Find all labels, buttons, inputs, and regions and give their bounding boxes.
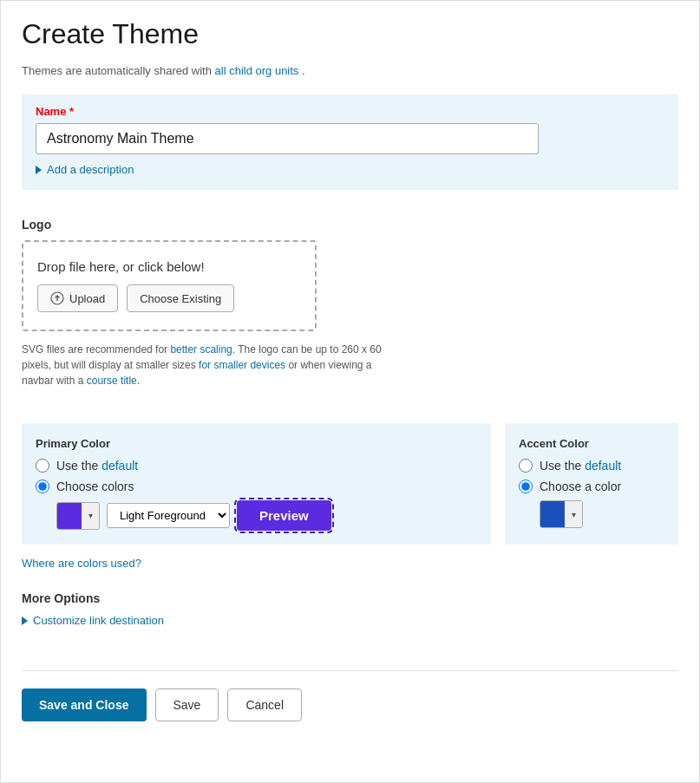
save-close-button[interactable]: Save and Close <box>22 688 147 721</box>
primary-swatch-arrow: ▾ <box>82 503 99 529</box>
child-org-units-link[interactable]: all child org units <box>215 64 299 77</box>
accent-color-controls: ▾ <box>540 500 664 528</box>
svg-note: SVG files are recommended for better sca… <box>22 342 403 388</box>
name-input[interactable] <box>36 123 539 154</box>
footer-actions: Save and Close Save Cancel <box>22 670 678 721</box>
info-text: Themes are automatically shared with all… <box>22 64 678 77</box>
primary-default-link[interactable]: default <box>101 459 138 473</box>
svg-note-link1[interactable]: better scaling <box>170 343 232 356</box>
accent-default-link[interactable]: default <box>585 459 621 473</box>
svg-note-link2[interactable]: for smaller devices <box>199 359 285 371</box>
accent-color-section: Accent Color Use the default Choose a co… <box>505 423 678 545</box>
cancel-button[interactable]: Cancel <box>227 688 302 721</box>
more-options-section: More Options Customize link destination <box>22 591 678 627</box>
save-button[interactable]: Save <box>155 688 219 721</box>
choose-existing-button[interactable]: Choose Existing <box>127 284 234 312</box>
color-row: Primary Color Use the default Choose col… <box>22 423 678 545</box>
primary-swatch-color <box>57 503 82 529</box>
accent-default-radio[interactable] <box>519 459 533 473</box>
svg-note-link3[interactable]: course title <box>87 375 137 387</box>
customize-link[interactable]: Customize link destination <box>22 614 678 627</box>
choose-existing-label: Choose Existing <box>140 292 221 305</box>
name-label: Name * <box>36 105 664 118</box>
logo-section: Logo Drop file here, or click below! Upl… <box>22 204 678 402</box>
primary-choose-option[interactable]: Choose colors <box>36 480 477 493</box>
customize-link-label: Customize link destination <box>33 614 164 627</box>
logo-label: Logo <box>22 218 678 232</box>
upload-label: Upload <box>69 292 105 305</box>
upload-icon <box>50 291 64 305</box>
drop-zone[interactable]: Drop file here, or click below! Upload C… <box>22 240 317 331</box>
expand-icon <box>36 166 42 174</box>
customize-triangle-icon <box>22 617 28 625</box>
name-section: Name * Add a description <box>22 95 678 190</box>
primary-choose-label: Choose colors <box>56 480 134 493</box>
primary-default-option[interactable]: Use the default <box>36 459 477 473</box>
drop-text: Drop file here, or click below! <box>37 259 301 274</box>
primary-color-section: Primary Color Use the default Choose col… <box>22 423 491 545</box>
accent-color-swatch[interactable]: ▾ <box>540 500 583 528</box>
accent-swatch-color <box>540 501 565 527</box>
accent-default-option[interactable]: Use the default <box>519 459 664 473</box>
accent-choose-radio[interactable] <box>519 480 533 493</box>
accent-choose-option[interactable]: Choose a color <box>519 480 664 493</box>
primary-color-controls: ▾ Light Foreground Dark Foreground Previ… <box>56 500 477 531</box>
foreground-select[interactable]: Light Foreground Dark Foreground <box>107 503 230 528</box>
add-description-link[interactable]: Add a description <box>36 163 664 176</box>
page-container: Create Theme Themes are automatically sh… <box>0 0 700 783</box>
drop-buttons: Upload Choose Existing <box>37 284 301 312</box>
accent-color-title: Accent Color <box>519 437 664 450</box>
accent-choose-label: Choose a color <box>540 480 621 493</box>
more-options-title: More Options <box>22 591 678 605</box>
primary-color-swatch[interactable]: ▾ <box>56 502 100 530</box>
accent-swatch-arrow: ▾ <box>565 501 582 527</box>
primary-choose-radio[interactable] <box>36 480 49 493</box>
where-colors-link[interactable]: Where are colors used? <box>22 557 141 570</box>
primary-color-title: Primary Color <box>36 437 477 450</box>
preview-button[interactable]: Preview <box>237 500 331 531</box>
upload-button[interactable]: Upload <box>37 284 118 312</box>
page-title: Create Theme <box>22 18 678 50</box>
primary-default-radio[interactable] <box>36 459 49 473</box>
